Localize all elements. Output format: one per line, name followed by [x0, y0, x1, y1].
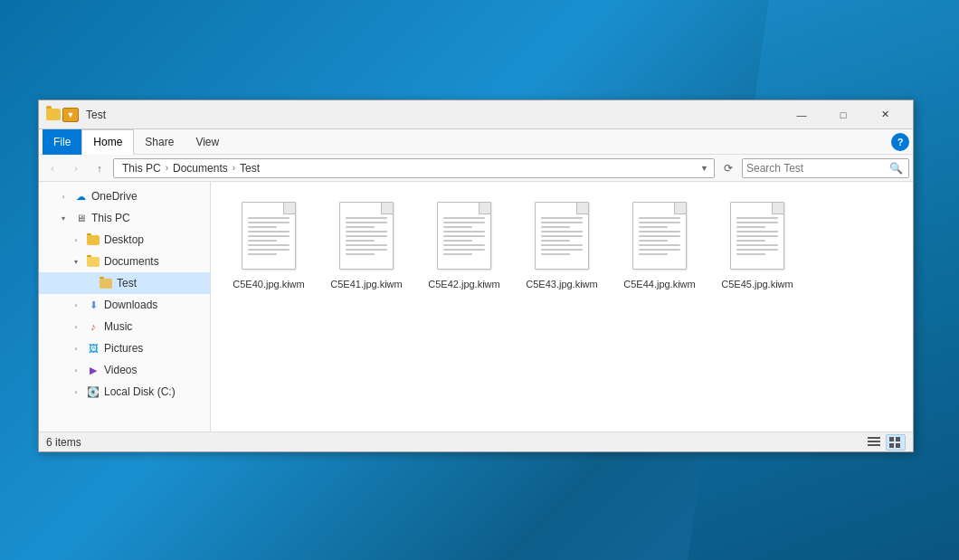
svg-rect-0	[868, 437, 880, 439]
music-icon: ♪	[86, 319, 100, 334]
window-title: Test	[86, 109, 781, 121]
file-name-4: C5E44.jpg.kiwm	[623, 278, 695, 290]
title-bar: ▼ Test — □ ✕	[39, 100, 913, 129]
doc-lines-4	[639, 217, 680, 258]
path-dropdown-icon[interactable]: ▼	[700, 164, 708, 173]
file-item[interactable]: C5E42.jpg.kiwm	[419, 195, 509, 298]
address-bar: ‹ › ↑ This PC › Documents › Test ▼ ⟳ 🔍	[39, 155, 913, 182]
doc-lines-0	[248, 217, 290, 258]
local-disk-icon: 💽	[86, 384, 100, 399]
close-button[interactable]: ✕	[864, 100, 906, 129]
folder-title-icon	[46, 108, 61, 122]
file-icon-0	[237, 202, 300, 274]
expand-arrow-music: ›	[70, 320, 82, 333]
sidebar-item-music[interactable]: › ♪ Music	[39, 316, 210, 337]
svg-rect-1	[868, 441, 880, 442]
main-area: › ☁ OneDrive ▾ 🖥 This PC › Desktop ▾ Doc…	[39, 182, 913, 432]
search-input[interactable]	[746, 162, 887, 175]
search-box: 🔍	[742, 158, 909, 178]
sidebar-label-downloads: Downloads	[104, 299, 157, 311]
sidebar-item-videos[interactable]: › ▶ Videos	[39, 359, 210, 381]
help-button[interactable]: ?	[891, 133, 909, 151]
sidebar-item-documents[interactable]: ▾ Documents	[39, 251, 210, 272]
doc-lines-3	[541, 217, 583, 258]
file-name-3: C5E43.jpg.kiwm	[526, 278, 597, 290]
file-item[interactable]: C5E44.jpg.kiwm	[614, 195, 705, 298]
doc-page-3	[535, 202, 589, 270]
desktop-icon	[86, 233, 100, 247]
address-path[interactable]: This PC › Documents › Test ▼	[113, 158, 715, 178]
doc-page-0	[242, 202, 296, 270]
file-item[interactable]: C5E41.jpg.kiwm	[321, 195, 412, 298]
expand-arrow-local-disk: ›	[70, 385, 82, 398]
menu-share-tab[interactable]: Share	[134, 129, 185, 155]
file-name-5: C5E45.jpg.kiwm	[721, 278, 793, 290]
icons-view-icon	[889, 437, 902, 448]
window-controls: — □ ✕	[781, 100, 906, 129]
doc-page-4	[632, 202, 687, 270]
path-test[interactable]: Test	[237, 161, 262, 176]
sidebar-item-desktop[interactable]: › Desktop	[39, 229, 210, 251]
back-button[interactable]: ‹	[43, 158, 62, 178]
search-icon[interactable]: 🔍	[887, 159, 905, 177]
svg-rect-2	[868, 444, 880, 446]
documents-icon	[86, 254, 100, 269]
sidebar-item-onedrive[interactable]: › ☁ OneDrive	[39, 185, 210, 207]
file-icon-1	[335, 202, 398, 274]
file-explorer-window: ▼ Test — □ ✕ File Home Share View ? ‹ › …	[38, 100, 914, 452]
expand-arrow-this-pc: ▾	[57, 212, 70, 224]
sidebar-label-this-pc: This PC	[91, 212, 130, 224]
expand-arrow-videos: ›	[70, 364, 82, 376]
doc-lines-1	[346, 217, 387, 258]
expand-arrow-onedrive: ›	[57, 190, 70, 203]
view-details-button[interactable]	[864, 434, 884, 451]
minimize-button[interactable]: —	[781, 100, 822, 129]
sidebar-item-downloads[interactable]: › ⬇ Downloads	[39, 294, 210, 316]
sidebar-label-music: Music	[104, 320, 132, 333]
doc-page-2	[437, 202, 491, 270]
sidebar-item-this-pc[interactable]: ▾ 🖥 This PC	[39, 207, 210, 229]
file-item[interactable]: C5E40.jpg.kiwm	[223, 195, 314, 298]
downloads-icon: ⬇	[86, 298, 100, 312]
menu-bar: File Home Share View ?	[39, 129, 913, 155]
sidebar-item-pictures[interactable]: › 🖼 Pictures	[39, 337, 210, 359]
sidebar-item-local-disk[interactable]: › 💽 Local Disk (C:)	[39, 381, 210, 403]
sidebar-label-onedrive: OneDrive	[91, 190, 138, 203]
forward-button[interactable]: ›	[66, 158, 86, 178]
expand-arrow-pictures: ›	[70, 342, 82, 355]
menu-file-tab[interactable]: File	[43, 129, 81, 155]
path-documents[interactable]: Documents	[170, 161, 231, 176]
status-item-count: 6 items	[46, 436, 864, 449]
file-name-0: C5E40.jpg.kiwm	[233, 278, 304, 290]
quick-access-button[interactable]: ▼	[62, 108, 79, 122]
file-icon-3	[530, 202, 593, 274]
file-item[interactable]: C5E43.jpg.kiwm	[517, 195, 607, 298]
sidebar-label-test: Test	[117, 277, 137, 289]
expand-arrow-documents: ▾	[70, 255, 82, 268]
sidebar-label-local-disk: Local Disk (C:)	[104, 385, 176, 398]
files-grid: C5E40.jpg.kiwmC5E41.jpg.kiwmC5E42.jpg.ki…	[220, 191, 904, 301]
file-item[interactable]: C5E45.jpg.kiwm	[712, 195, 802, 298]
maximize-button[interactable]: □	[822, 100, 864, 129]
doc-page-5	[730, 202, 784, 270]
sidebar-item-test[interactable]: Test	[39, 272, 210, 294]
breadcrumb: This PC › Documents › Test ▼	[119, 161, 708, 176]
svg-rect-5	[889, 443, 894, 448]
expand-arrow-downloads: ›	[70, 299, 82, 311]
menu-view-tab[interactable]: View	[185, 129, 230, 155]
details-view-icon	[868, 437, 880, 448]
refresh-button[interactable]: ⟳	[718, 158, 738, 178]
file-icon-5	[726, 202, 789, 274]
file-area: C5E40.jpg.kiwmC5E41.jpg.kiwmC5E42.jpg.ki…	[211, 182, 913, 432]
menu-home-tab[interactable]: Home	[81, 129, 134, 155]
svg-rect-6	[896, 443, 900, 448]
sidebar-label-pictures: Pictures	[104, 342, 143, 355]
sidebar: › ☁ OneDrive ▾ 🖥 This PC › Desktop ▾ Doc…	[39, 182, 211, 432]
view-icon-button[interactable]	[886, 434, 906, 451]
up-button[interactable]: ↑	[90, 158, 109, 178]
path-this-pc[interactable]: This PC	[119, 161, 164, 176]
expand-arrow-desktop: ›	[70, 233, 82, 246]
path-sep-2: ›	[233, 163, 235, 173]
file-name-2: C5E42.jpg.kiwm	[428, 278, 499, 290]
this-pc-icon: 🖥	[73, 211, 88, 225]
